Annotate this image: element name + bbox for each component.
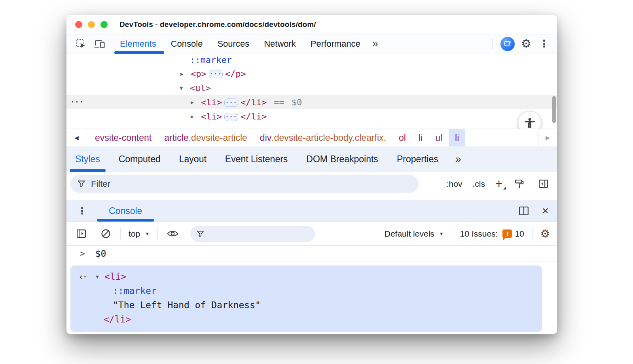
inspect-element-icon[interactable] (74, 37, 88, 51)
crumb-tag: article (164, 133, 188, 143)
crumb-tag: evsite-content (95, 133, 152, 143)
paint-roller-icon[interactable] (513, 177, 526, 191)
row-actions-dots[interactable]: ··· (70, 98, 84, 106)
filter-funnel-icon (197, 230, 204, 237)
crumb-article[interactable]: article.devsite-article (158, 129, 254, 146)
tab-elements[interactable]: Elements (120, 39, 156, 49)
tab-dom-breakpoints[interactable]: DOM Breakpoints (306, 154, 378, 165)
tab-network[interactable]: Network (264, 39, 296, 49)
console-result-highlighted[interactable]: ‹· ▼ <li> ::marker "The Left Hand of Dar… (70, 265, 542, 332)
dom-scrollbar-thumb[interactable] (552, 96, 556, 123)
close-drawer-icon[interactable]: ✕ (542, 206, 549, 216)
more-panes-icon[interactable]: » (455, 154, 461, 165)
context-selector-value: top (129, 229, 140, 239)
ai-assistant-icon[interactable] (500, 37, 515, 51)
tab-styles[interactable]: Styles (75, 154, 100, 165)
crumb-devsite-content[interactable]: evsite-content (89, 129, 158, 146)
ellipsis-expand-button[interactable]: ··· (224, 113, 238, 121)
toolbar-divider (111, 38, 111, 49)
device-toolbar-icon[interactable] (93, 37, 106, 51)
maximize-window-button[interactable] (100, 21, 108, 28)
live-expression-eye-icon[interactable] (166, 227, 179, 241)
tab-sources[interactable]: Sources (217, 39, 249, 49)
log-levels-value: Default levels (385, 229, 434, 239)
dom-row-p[interactable]: ▶<p>···</p> (66, 66, 557, 81)
issues-badge-icon: ! (502, 229, 512, 238)
context-selector-dropdown[interactable]: top ▼ (129, 229, 150, 239)
li-open-tag: <li> (201, 112, 222, 121)
result-line-open: ‹· ▼ <li> (70, 269, 542, 284)
toggle-hover-state-button[interactable]: :hov (447, 179, 462, 189)
crumb-li-selected[interactable]: li (449, 129, 465, 146)
crumb-li[interactable]: li (412, 129, 429, 146)
li-close-tag: </li> (241, 97, 267, 107)
console-toolbar: top ▼ Default levels ▼ 10 Issues: ! (66, 222, 557, 246)
split-panel-icon[interactable] (517, 204, 531, 218)
li-open-tag: <li> (104, 271, 126, 282)
more-options-kebab-icon[interactable]: ⋮ (538, 39, 551, 49)
dom-row-li-selected[interactable]: ··· ▶<li>···</li> == $0 (66, 95, 557, 109)
breadcrumb-back-icon[interactable]: ◀ (66, 129, 87, 146)
styles-filter-input[interactable]: Filter (70, 175, 419, 193)
toolbar-divider (532, 228, 533, 239)
new-style-rule-button[interactable]: + (495, 178, 502, 190)
result-line-marker: ::marker (70, 284, 542, 298)
styles-toolbar: Filter :hov .cls + (66, 172, 557, 196)
console-toolbar-right: Default levels ▼ 10 Issues: ! 10 ⚙ (385, 228, 550, 239)
dock-sidebar-icon[interactable] (536, 177, 550, 191)
drawer-menu-kebab-icon[interactable]: ⋮ (76, 207, 88, 216)
filter-funnel-icon (78, 180, 85, 188)
crumb-ol[interactable]: ol (392, 129, 412, 146)
filter-placeholder: Filter (91, 179, 110, 189)
minimize-window-button[interactable] (88, 21, 95, 28)
tab-performance[interactable]: Performance (311, 39, 360, 49)
return-value-icon: ‹· (78, 272, 96, 282)
twisty-collapsed-icon[interactable]: ▶ (180, 71, 191, 77)
crumb-tag: ul (435, 133, 442, 143)
sidebar-pane-tabs: Styles Computed Layout Event Listeners D… (66, 146, 557, 172)
clear-console-icon[interactable] (99, 227, 112, 241)
marker-pseudo-element: ::marker (113, 286, 157, 296)
tab-event-listeners[interactable]: Event Listeners (225, 154, 288, 165)
issues-counter[interactable]: 10 Issues: ! 10 (460, 229, 524, 239)
console-filter-input[interactable] (190, 226, 315, 242)
settings-gear-icon[interactable]: ⚙ (521, 38, 531, 49)
twisty-collapsed-icon[interactable]: ▶ (191, 99, 201, 105)
p-open-tag: <p> (191, 69, 207, 79)
ellipsis-expand-button[interactable]: ··· (224, 99, 238, 107)
styles-toolbar-buttons: :hov .cls + (447, 177, 550, 191)
crumb-tag: div (260, 133, 271, 143)
twisty-collapsed-icon[interactable]: ▶ (191, 114, 201, 119)
tab-console[interactable]: Console (171, 39, 203, 49)
dom-row-li[interactable]: ▶<li>···</li> (66, 109, 557, 123)
twisty-expanded-icon[interactable]: ▼ (180, 85, 190, 91)
tab-properties[interactable]: Properties (397, 154, 438, 165)
toolbar-right-group: ⚙ ⋮ (491, 37, 551, 51)
dollar-zero-reference: $0 (292, 97, 302, 107)
panel-divider (66, 196, 557, 200)
tab-computed[interactable]: Computed (119, 154, 161, 165)
close-window-button[interactable] (75, 21, 82, 28)
marker-pseudo-element[interactable]: ::marker (190, 55, 232, 65)
more-tabs-icon[interactable]: » (372, 38, 378, 49)
dom-row-ul[interactable]: ▼<ul> (66, 81, 557, 95)
breadcrumb-forward-icon[interactable]: ▶ (538, 129, 557, 146)
ellipsis-expand-button[interactable]: ··· (209, 70, 223, 78)
result-line-text: "The Left Hand of Darkness" (70, 298, 542, 312)
console-input-echo[interactable]: > $0 (66, 246, 557, 262)
breadcrumb-bar: ◀ evsite-content article.devsite-article… (66, 129, 557, 146)
crumb-div[interactable]: div.devsite-article-body.clearfix. (254, 129, 392, 146)
console-settings-gear-icon[interactable]: ⚙ (540, 228, 550, 239)
echo-expression: $0 (95, 248, 106, 259)
issues-label: 10 Issues: (460, 229, 498, 239)
drawer-tab-console[interactable]: Console (97, 200, 154, 222)
twisty-expanded-icon[interactable]: ▼ (96, 274, 104, 280)
crumb-class: .devsite-article-body.clearfix. (271, 133, 386, 143)
crumb-ul[interactable]: ul (429, 129, 449, 146)
toggle-class-button[interactable]: .cls (472, 179, 485, 189)
drawer-header-buttons: ✕ (517, 204, 549, 218)
console-sidebar-icon[interactable] (74, 227, 88, 241)
tab-layout[interactable]: Layout (179, 154, 207, 165)
dom-row-marker[interactable]: ::marker (66, 53, 557, 66)
log-levels-dropdown[interactable]: Default levels ▼ (385, 229, 444, 239)
